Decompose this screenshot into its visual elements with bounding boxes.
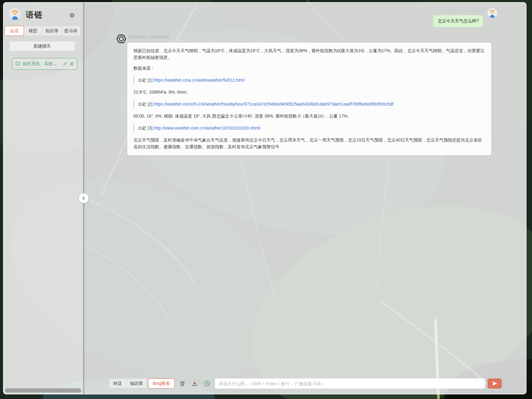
download-icon	[192, 381, 198, 387]
tab-knowledge-base[interactable]: 知识库	[42, 26, 62, 36]
boy-avatar-icon	[488, 8, 497, 18]
history-button[interactable]	[203, 378, 211, 389]
sidebar-tabs: 会话 模型 知识库 提示词	[5, 26, 80, 36]
clock-history-icon	[204, 380, 210, 387]
horizontal-scrollbar-thumb[interactable]	[5, 388, 81, 393]
mode-knowledge-base-button[interactable]: 知识库	[126, 379, 147, 388]
app-window: 语链 ⚙ 会话 模型 知识库 提示词 新建聊天 如何系统、高效...	[3, 2, 526, 394]
source-quote-2: 出处 [2] https://weather.com/zh-CN/weather…	[133, 100, 485, 108]
paper-plane-icon	[492, 381, 498, 386]
assistant-footer-paragraph: 北京天气预报，及时准确发布中央气象台天气信息，便捷查询北京今日天气，北京周末天气…	[133, 137, 485, 150]
clear-messages-button[interactable]	[179, 378, 186, 389]
assistant-message-bubble: 根据已知信息，北京今天天气晴朗，气温为18°C，体感温度为18°C，大风天气，湿…	[127, 43, 491, 155]
source-3-prefix: 出处 [3]	[138, 126, 154, 130]
source-1-excerpt: 22.8°C. 1006hPa. 9%. 0mm.	[133, 89, 485, 95]
message-input[interactable]	[215, 378, 485, 389]
chat-bubble-icon	[15, 61, 20, 66]
source-3-link[interactable]: http://www.weather.com.cn/weather1d/1010…	[154, 126, 260, 130]
openai-logo-icon	[116, 34, 126, 44]
new-chat-button[interactable]: 新建聊天	[9, 41, 75, 51]
chevron-left-icon	[82, 196, 86, 200]
mode-chat-button[interactable]: 对话	[109, 379, 126, 388]
user-message-timestamp: 5/22/2023, 2:08:43 PM	[442, 9, 483, 14]
source-1-prefix: 出处 [1]	[138, 78, 154, 83]
app-title: 语链	[26, 10, 43, 20]
source-1-link[interactable]: https://weather.cma.cn/web/weather/54511…	[154, 78, 244, 83]
mode-bing-search-button[interactable]: Bing搜索	[148, 378, 174, 389]
sources-label: 数据来源：	[133, 65, 485, 72]
mode-switch-group: 对话 知识库	[109, 378, 147, 389]
source-quote-1: 出处 [1] https://weather.cma.cn/web/weathe…	[133, 76, 485, 84]
export-download-button[interactable]	[191, 378, 198, 389]
source-quote-3: 出处 [3] http://www.weather.com.cn/weather…	[133, 124, 485, 132]
chat-item-title: 如何系统、高效...	[23, 61, 60, 67]
boy-avatar-icon	[9, 8, 21, 20]
tab-models[interactable]: 模型	[24, 26, 43, 36]
profile-avatar[interactable]	[9, 8, 21, 20]
assistant-message-timestamp: 5/22/2023, 2:09:08 PM	[128, 35, 169, 39]
user-avatar	[488, 8, 497, 18]
source-2-excerpt: 05:00. 18°. 0%. 晴朗. 体感温度 18°. 大风 西北偏北 9 …	[133, 113, 485, 119]
sidebar-collapse-button[interactable]	[79, 193, 89, 203]
source-2-prefix: 出处 [2]	[138, 102, 154, 107]
tab-prompts[interactable]: 提示词	[61, 26, 81, 36]
source-2-link[interactable]: https://weather.com/zh-CN/weather/hourby…	[154, 102, 393, 107]
tab-conversations[interactable]: 会话	[5, 26, 24, 36]
delete-trash-icon[interactable]	[70, 62, 74, 66]
assistant-summary-paragraph: 根据已知信息，北京今天天气晴朗，气温为18°C，体感温度为18°C，大风天气，湿…	[133, 47, 485, 61]
trash-icon	[179, 381, 186, 387]
user-message-bubble: 北京今天天气怎么样?	[433, 15, 483, 27]
send-button[interactable]	[488, 378, 502, 389]
edit-pencil-icon[interactable]	[63, 62, 67, 66]
sidebar: 语链 ⚙ 会话 模型 知识库 提示词 新建聊天 如何系统、高效...	[4, 3, 83, 394]
chat-history-item[interactable]: 如何系统、高效...	[12, 58, 77, 70]
composer-toolbar: 对话 知识库 Bing搜索	[109, 378, 502, 389]
settings-gear-icon[interactable]: ⚙	[67, 11, 77, 20]
